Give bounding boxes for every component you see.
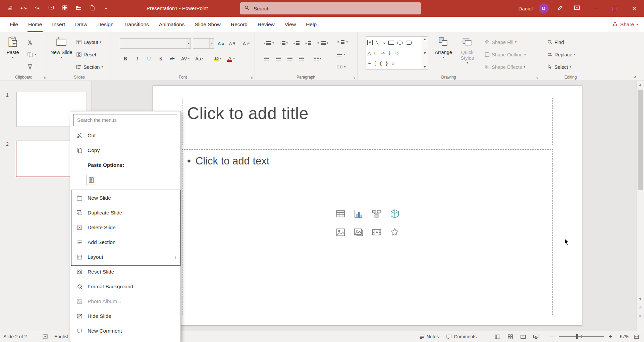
context-menu-search-input[interactable]	[76, 117, 174, 123]
rounded-rectangle-shape-icon[interactable]	[406, 41, 412, 45]
insert-3d-model-icon[interactable]	[389, 209, 400, 221]
fit-slide-to-window-button[interactable]	[631, 331, 642, 342]
insert-picture-icon[interactable]	[335, 228, 346, 239]
zoom-out-button[interactable]: –	[549, 333, 555, 340]
slide-indicator[interactable]: Slide 2 of 2	[3, 331, 27, 342]
tab-file[interactable]: File	[5, 17, 23, 32]
close-button[interactable]: ×	[625, 0, 644, 17]
line-shape-icon[interactable]: ╲	[376, 40, 378, 45]
tab-transitions[interactable]: Transitions	[119, 17, 154, 32]
line-spacing-button[interactable]: ↕▾	[315, 38, 329, 48]
minimize-button[interactable]: –	[586, 0, 605, 17]
shape-outline-button[interactable]: Shape Outline▾	[483, 49, 527, 60]
arrange-button[interactable]: Arrange ▾	[434, 34, 453, 75]
down-arrow-shape-icon[interactable]: ↓	[388, 51, 392, 55]
elbow-connector-shape-icon[interactable]: ∟	[374, 51, 378, 55]
comments-button[interactable]: Comments	[443, 331, 480, 342]
scrollbar-thumb[interactable]	[638, 90, 643, 190]
language-indicator[interactable]: English	[54, 331, 69, 342]
save-icon[interactable]	[4, 3, 15, 14]
tab-record[interactable]: Record	[226, 17, 253, 32]
replace-button[interactable]: Replace▾	[545, 49, 577, 60]
font-dialog-launcher-icon[interactable]: ↘	[250, 76, 253, 79]
context-menu-item-reset-slide[interactable]: Reset Slide ›	[70, 264, 180, 279]
context-menu-item-format-background[interactable]: Format Background... ›	[70, 279, 180, 294]
text-direction-button[interactable]: ↕▾	[335, 37, 350, 47]
convert-to-smartart-button[interactable]: ▾	[335, 62, 350, 72]
insert-stock-image-icon[interactable]	[353, 228, 364, 239]
zoom-slider-thumb[interactable]	[576, 334, 578, 339]
callout-shape-icon[interactable]: ◇	[395, 51, 398, 55]
text-highlight-color-button[interactable]: ab▾	[213, 54, 223, 63]
previous-slide-icon[interactable]: »	[637, 305, 644, 310]
align-right-button[interactable]	[285, 54, 294, 63]
undo-icon[interactable]: ↶▾	[18, 3, 29, 14]
content-placeholder[interactable]: •Click to add text	[182, 149, 553, 315]
zoom-slider[interactable]	[559, 336, 604, 337]
new-slide-button[interactable]: New Slide ▾	[50, 34, 72, 75]
tab-design[interactable]: Design	[92, 17, 118, 32]
font-name-combobox[interactable]: ▾	[120, 38, 191, 49]
search-input[interactable]	[253, 5, 398, 12]
underline-button[interactable]: U	[145, 54, 153, 63]
layout-button[interactable]: Layout▾	[74, 37, 105, 47]
share-button[interactable]: Share ▾	[612, 17, 638, 32]
star-shape-icon[interactable]: ☆	[391, 61, 395, 66]
change-case-button[interactable]: Aa▾	[194, 54, 205, 63]
select-button[interactable]: Select▾	[545, 62, 577, 72]
context-menu-item-paste-options[interactable]: Paste Options: ›	[70, 158, 180, 173]
shape-effects-button[interactable]: Shape Effects▾	[483, 62, 527, 72]
italic-button[interactable]: I	[133, 54, 142, 63]
insert-table-icon[interactable]	[335, 209, 346, 221]
zoom-in-button[interactable]: +	[607, 333, 614, 340]
numbering-button[interactable]: 1▾	[278, 38, 289, 48]
strikethrough-button[interactable]: ab	[168, 54, 177, 63]
right-brace-shape-icon[interactable]: }	[385, 61, 388, 66]
bullets-button[interactable]: •▾	[262, 38, 275, 48]
copy-button[interactable]: ▾	[25, 49, 38, 60]
decrease-indent-button[interactable]: «	[292, 38, 301, 48]
quick-styles-button[interactable]: Quick Styles ▾	[457, 34, 478, 75]
clear-formatting-button[interactable]: A	[241, 39, 251, 48]
grid-icon[interactable]	[59, 3, 70, 14]
curve-shape-icon[interactable]: ~	[367, 61, 371, 66]
paragraph-dialog-launcher-icon[interactable]: ↘	[353, 76, 356, 79]
shapes-gallery-scrollbar[interactable]: ▲ ▼ ▼	[422, 37, 428, 69]
format-painter-button[interactable]	[25, 62, 38, 72]
gallery-scroll-up-icon[interactable]: ▲	[424, 38, 426, 41]
section-button[interactable]: Section▾	[74, 62, 105, 72]
ribbon-display-options-icon[interactable]	[572, 3, 582, 14]
tab-insert[interactable]: Insert	[47, 17, 70, 32]
context-menu-item-paste-option-button[interactable]: ›	[70, 173, 180, 187]
context-menu-item-hide-slide[interactable]: Hide Slide ›	[70, 309, 180, 324]
context-menu-item-delete-slide[interactable]: Delete Slide ›	[70, 220, 180, 235]
shape-fill-button[interactable]: Shape Fill▾	[483, 37, 527, 47]
paste-button[interactable]: Paste ▾	[3, 34, 23, 75]
context-menu-search[interactable]	[73, 114, 177, 126]
title-placeholder[interactable]: Click to add title	[182, 98, 553, 145]
insert-chart-icon[interactable]	[353, 209, 364, 221]
avatar[interactable]: D	[539, 3, 549, 13]
decrease-font-size-button[interactable]: A▼	[228, 39, 237, 48]
customize-quick-access-icon[interactable]: ▾	[100, 3, 112, 14]
tab-slide-show[interactable]: Slide Show	[190, 17, 226, 32]
bold-button[interactable]: B	[121, 54, 130, 63]
scroll-up-icon[interactable]: ▲	[637, 83, 644, 86]
ink-pen-icon[interactable]	[555, 3, 566, 14]
shapes-gallery[interactable]: A ╲ ↘ △ ∟ → ↓ ◇ ~	[366, 36, 428, 70]
start-slideshow-icon[interactable]	[45, 3, 57, 14]
triangle-shape-icon[interactable]: △	[367, 51, 371, 55]
new-document-icon[interactable]	[87, 3, 98, 14]
tab-review[interactable]: Review	[253, 17, 280, 32]
insert-icon-icon[interactable]	[389, 228, 400, 239]
context-menu-item-copy[interactable]: Copy ›	[70, 143, 180, 158]
spellcheck-icon[interactable]	[42, 334, 48, 340]
context-menu-item-duplicate-slide[interactable]: Duplicate Slide ›	[70, 205, 180, 220]
left-brace-shape-icon[interactable]: {	[379, 61, 382, 66]
user-name[interactable]: Daniel	[518, 6, 533, 11]
slide-editing-canvas[interactable]: Click to add title •Click to add text	[153, 85, 582, 326]
reading-view-button[interactable]	[517, 331, 529, 342]
increase-font-size-button[interactable]: A▲	[216, 39, 226, 48]
open-folder-icon[interactable]	[73, 3, 84, 14]
scroll-down-icon[interactable]: ▼	[637, 297, 644, 301]
